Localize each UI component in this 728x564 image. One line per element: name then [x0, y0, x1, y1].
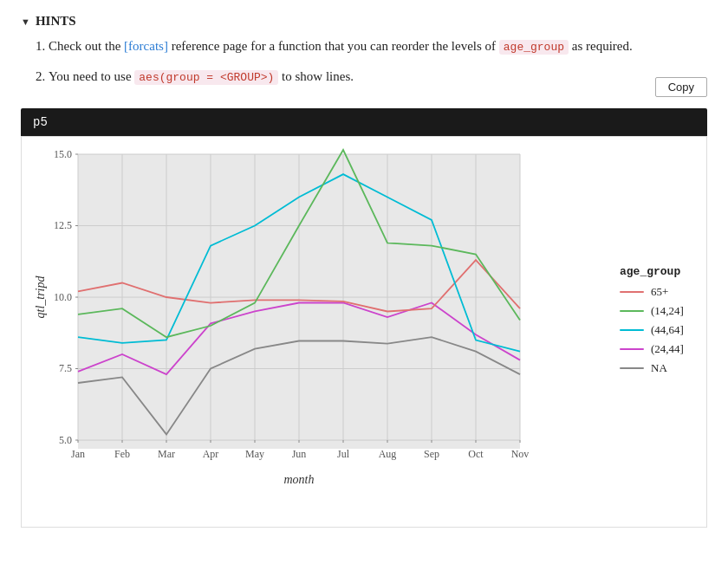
- legend-label-14-24: (14,24]: [651, 304, 684, 318]
- legend-item-24-44: (24,44]: [620, 342, 687, 356]
- legend-label-24-44: (24,44]: [651, 342, 684, 356]
- hint1-text-before: Check out the: [49, 39, 124, 53]
- svg-text:15.0: 15.0: [54, 148, 72, 160]
- x-axis-label: month: [284, 473, 315, 486]
- hints-list: Check out the [forcats] reference page f…: [21, 36, 707, 88]
- hint1-text-after: as required.: [572, 39, 633, 53]
- legend-label-44-64: (44,64]: [651, 323, 684, 337]
- svg-text:May: May: [245, 448, 264, 460]
- y-axis-label: qtl_tripd: [34, 275, 47, 318]
- svg-text:Aug: Aug: [379, 448, 397, 460]
- svg-text:5.0: 5.0: [59, 434, 72, 446]
- svg-text:Jan: Jan: [71, 448, 85, 460]
- chart-svg: 5.0 7.5 10.0 12.5 15.0 Jan Feb Mar Apr M…: [30, 146, 542, 501]
- triangle-icon: ▼: [21, 16, 30, 27]
- legend: age_group 65+ (14,24] (44,64] (24,44] NA: [602, 146, 698, 501]
- hint1-text-middle: reference page for a function that you c…: [172, 39, 499, 53]
- svg-text:12.5: 12.5: [54, 219, 72, 231]
- svg-text:Feb: Feb: [114, 448, 130, 460]
- svg-text:Sep: Sep: [424, 448, 439, 460]
- hint2-code1: aes(group = <GROUP>): [134, 70, 278, 85]
- hints-label: HINTS: [36, 14, 76, 29]
- legend-label-65plus: 65+: [651, 285, 668, 299]
- legend-label-na: NA: [651, 361, 667, 375]
- svg-text:Apr: Apr: [203, 448, 219, 460]
- hints-section: ▼ HINTS Check out the [forcats] referenc…: [21, 14, 707, 88]
- hint-item-1: Check out the [forcats] reference page f…: [49, 36, 707, 57]
- legend-item-44-64: (44,64]: [620, 323, 687, 337]
- svg-text:Jul: Jul: [337, 448, 350, 460]
- copy-button[interactable]: Copy: [655, 77, 707, 97]
- hint2-text-before: You need to use: [49, 69, 134, 83]
- chart-container: 5.0 7.5 10.0 12.5 15.0 Jan Feb Mar Apr M…: [21, 136, 707, 528]
- hint2-text-after: to show lines.: [282, 69, 354, 83]
- code-block-bar: p5: [21, 108, 707, 136]
- svg-text:Nov: Nov: [511, 448, 530, 460]
- legend-item-14-24: (14,24]: [620, 304, 687, 318]
- legend-line-65plus: [620, 291, 644, 293]
- legend-item-na: NA: [620, 361, 687, 375]
- legend-title: age_group: [620, 265, 687, 278]
- hint-item-2: You need to use aes(group = <GROUP>) to …: [49, 66, 707, 88]
- hints-toggle[interactable]: ▼ HINTS: [21, 14, 707, 29]
- forcats-link[interactable]: [forcats]: [124, 39, 168, 53]
- svg-text:Oct: Oct: [468, 448, 484, 460]
- svg-text:Mar: Mar: [158, 448, 175, 460]
- legend-line-14-24: [620, 310, 644, 312]
- legend-item-65plus: 65+: [620, 285, 687, 299]
- code-block-label: p5: [33, 115, 48, 129]
- legend-line-24-44: [620, 348, 644, 350]
- svg-text:Jun: Jun: [292, 448, 307, 460]
- chart-area: 5.0 7.5 10.0 12.5 15.0 Jan Feb Mar Apr M…: [30, 146, 602, 501]
- legend-line-44-64: [620, 329, 644, 331]
- hint1-code1: age_group: [499, 40, 569, 55]
- legend-line-na: [620, 367, 644, 369]
- svg-text:7.5: 7.5: [59, 362, 72, 374]
- svg-text:10.0: 10.0: [54, 291, 72, 303]
